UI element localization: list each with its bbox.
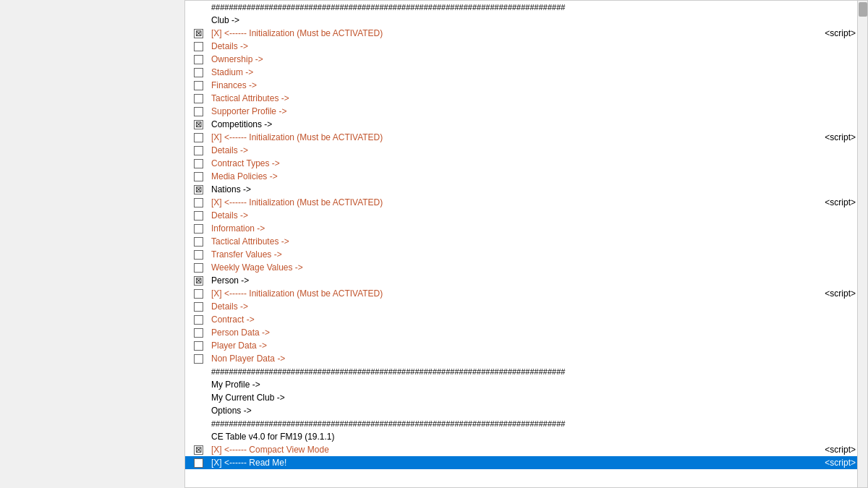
- list-row[interactable]: Weekly Wage Values ->: [185, 261, 867, 274]
- list-row[interactable]: ########################################…: [185, 1, 867, 14]
- checkbox-empty[interactable]: [194, 198, 203, 207]
- checkbox-checked[interactable]: ☒: [194, 185, 203, 194]
- list-row[interactable]: My Current Club ->: [185, 391, 867, 404]
- list-row[interactable]: Tactical Attributes ->: [185, 235, 867, 248]
- row-text: [X] <------ Initialization (Must be ACTI…: [211, 288, 383, 299]
- checkbox-empty[interactable]: [194, 315, 203, 325]
- list-row[interactable]: [X] <------ Initialization (Must be ACTI…: [185, 287, 867, 300]
- row-content: [X] <------ Initialization (Must be ACTI…: [211, 197, 867, 207]
- row-content: ########################################…: [211, 3, 867, 12]
- checkbox-empty[interactable]: [194, 107, 203, 116]
- row-content: Competitions ->: [211, 119, 867, 129]
- list-row[interactable]: [X] <------ Initialization (Must be ACTI…: [185, 196, 867, 209]
- checkbox-cell: [185, 341, 211, 351]
- checkbox-empty[interactable]: [194, 133, 203, 142]
- row-text: ########################################…: [211, 3, 565, 12]
- list-row[interactable]: ☒[X] <------ Initialization (Must be ACT…: [185, 27, 867, 40]
- row-content: Supporter Profile ->: [211, 106, 867, 116]
- list-row[interactable]: Details ->: [185, 300, 867, 313]
- list-row[interactable]: ☒[X] <------ Compact View Mode<script>: [185, 443, 867, 456]
- list-row[interactable]: [X] <------ Initialization (Must be ACTI…: [185, 131, 867, 144]
- row-content: Nations ->: [211, 184, 867, 194]
- row-text: My Current Club ->: [211, 393, 285, 403]
- checkbox-checked[interactable]: ☒: [194, 29, 203, 38]
- row-text: [X] <------ Compact View Mode: [211, 445, 329, 455]
- list-row[interactable]: [X] <------ Read Me!<script>: [185, 456, 867, 469]
- checkbox-empty[interactable]: [194, 146, 203, 155]
- list-row[interactable]: ☒Person ->: [185, 274, 867, 287]
- checkbox-empty[interactable]: [194, 211, 203, 221]
- list-row[interactable]: My Profile ->: [185, 378, 867, 391]
- checkbox-empty[interactable]: [194, 289, 203, 299]
- list-row[interactable]: ########################################…: [185, 365, 867, 378]
- row-text: Player Data ->: [211, 341, 267, 351]
- checkbox-empty[interactable]: [194, 250, 203, 260]
- row-content: Non Player Data ->: [211, 354, 867, 364]
- list-row[interactable]: Person Data ->: [185, 326, 867, 339]
- list-row[interactable]: Stadium ->: [185, 66, 867, 79]
- scrollbar-track[interactable]: [857, 1, 867, 487]
- checkbox-cell: [185, 172, 211, 181]
- scrollbar-thumb[interactable]: [859, 2, 867, 17]
- checkbox-cell: [185, 146, 211, 155]
- checkbox-checked[interactable]: ☒: [194, 276, 203, 286]
- script-tag: <script>: [825, 445, 856, 455]
- list-area[interactable]: ########################################…: [185, 1, 867, 487]
- row-content: CE Table v4.0 for FM19 (19.1.1): [211, 432, 867, 442]
- list-row[interactable]: Club ->: [185, 14, 867, 27]
- list-row[interactable]: Ownership ->: [185, 53, 867, 66]
- list-row[interactable]: Details ->: [185, 144, 867, 157]
- list-row[interactable]: Non Player Data ->: [185, 352, 867, 365]
- row-text: Finances ->: [211, 80, 257, 90]
- row-content: Contract Types ->: [211, 158, 867, 168]
- checkbox-cell: [185, 211, 211, 221]
- list-row[interactable]: CE Table v4.0 for FM19 (19.1.1): [185, 430, 867, 443]
- list-row[interactable]: Transfer Values ->: [185, 248, 867, 261]
- list-row[interactable]: Options ->: [185, 404, 867, 417]
- list-row[interactable]: Details ->: [185, 40, 867, 53]
- checkbox-checked[interactable]: ☒: [194, 120, 203, 129]
- list-row[interactable]: Finances ->: [185, 79, 867, 92]
- list-row[interactable]: Player Data ->: [185, 339, 867, 352]
- left-panel: [0, 0, 184, 488]
- list-row[interactable]: Tactical Attributes ->: [185, 92, 867, 105]
- row-text: Information ->: [211, 223, 265, 234]
- checkbox-empty[interactable]: [194, 458, 203, 468]
- row-content: Person Data ->: [211, 328, 867, 338]
- row-text: Competitions ->: [211, 119, 272, 129]
- checkbox-cell: ☒: [185, 445, 211, 455]
- checkbox-empty[interactable]: [194, 159, 203, 168]
- checkbox-empty[interactable]: [194, 237, 203, 247]
- list-row[interactable]: Media Policies ->: [185, 170, 867, 183]
- row-content: Player Data ->: [211, 341, 867, 351]
- list-row[interactable]: Information ->: [185, 222, 867, 235]
- row-text: Details ->: [211, 145, 248, 155]
- checkbox-empty[interactable]: [194, 94, 203, 103]
- checkbox-empty[interactable]: [194, 42, 203, 51]
- list-row[interactable]: Details ->: [185, 209, 867, 222]
- checkbox-empty[interactable]: [194, 68, 203, 77]
- list-row[interactable]: Supporter Profile ->: [185, 105, 867, 118]
- checkbox-empty[interactable]: [194, 224, 203, 234]
- row-content: ########################################…: [211, 367, 867, 376]
- checkbox-empty[interactable]: [194, 341, 203, 351]
- checkbox-empty[interactable]: [194, 354, 203, 364]
- list-row[interactable]: Contract Types ->: [185, 157, 867, 170]
- checkbox-cell: ☒: [185, 276, 211, 286]
- checkbox-empty[interactable]: [194, 302, 203, 312]
- row-content: Information ->: [211, 223, 867, 234]
- row-text: Contract ->: [211, 314, 255, 325]
- row-text: CE Table v4.0 for FM19 (19.1.1): [211, 432, 335, 442]
- checkbox-empty[interactable]: [194, 172, 203, 181]
- checkbox-empty[interactable]: [194, 81, 203, 90]
- checkbox-checked[interactable]: ☒: [194, 445, 203, 455]
- list-row[interactable]: Contract ->: [185, 313, 867, 326]
- checkbox-empty[interactable]: [194, 328, 203, 338]
- row-text: Supporter Profile ->: [211, 106, 286, 116]
- list-row[interactable]: ☒Nations ->: [185, 183, 867, 196]
- list-row[interactable]: ########################################…: [185, 417, 867, 430]
- checkbox-empty[interactable]: [194, 55, 203, 64]
- checkbox-empty[interactable]: [194, 263, 203, 273]
- row-text: Tactical Attributes ->: [211, 93, 289, 103]
- list-row[interactable]: ☒Competitions ->: [185, 118, 867, 131]
